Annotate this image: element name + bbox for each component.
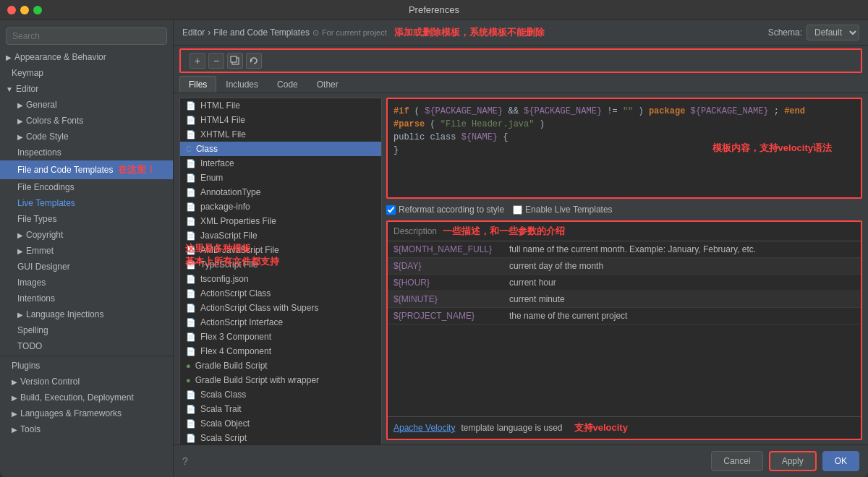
file-item-flex3[interactable]: 📄 Flex 3 Component xyxy=(180,330,381,344)
file-item-scala-object[interactable]: 📄 Scala Object xyxy=(180,416,381,431)
file-icon: 📄 xyxy=(186,275,196,284)
table-row: ${HOUR} current hour xyxy=(388,275,861,291)
file-icon: 📄 xyxy=(186,289,196,298)
desc-cell: full name of the current month. Example:… xyxy=(503,241,861,258)
file-item-html4[interactable]: 📄 HTML4 File xyxy=(180,113,381,127)
reformat-checkbox-label[interactable]: Reformat according to style xyxy=(386,205,504,215)
minimize-button[interactable] xyxy=(20,6,29,14)
tab-includes[interactable]: Includes xyxy=(216,76,268,93)
close-button[interactable] xyxy=(7,6,16,14)
sidebar-item-plugins[interactable]: Plugins xyxy=(0,358,173,374)
live-templates-checkbox[interactable] xyxy=(513,205,522,215)
apply-button[interactable]: Apply xyxy=(769,451,817,471)
file-list: 📄 HTML File 📄 HTML4 File 📄 XHTML File xyxy=(179,98,382,444)
file-item-class[interactable]: C Class xyxy=(180,142,381,156)
desc-header: Description 一些描述，和一些参数的介绍 xyxy=(388,222,861,241)
header-annotation: 添加或删除模板，系统模板不能删除 xyxy=(394,26,545,39)
footer-text: template language is used xyxy=(461,423,562,433)
sidebar-item-spelling[interactable]: Spelling xyxy=(0,322,173,338)
reformat-checkbox[interactable] xyxy=(386,205,396,215)
help-button[interactable]: ? xyxy=(182,455,188,467)
sidebar-item-editor[interactable]: ▼ Editor xyxy=(0,81,173,97)
sidebar-item-general[interactable]: ▶ General xyxy=(0,97,173,113)
breadcrumb: Editor › File and Code Templates ⊙ For c… xyxy=(182,26,545,39)
sidebar-item-live-templates[interactable]: Live Templates xyxy=(0,195,173,211)
add-template-button[interactable]: + xyxy=(190,53,205,69)
file-item-gradle-wrapper[interactable]: ● Gradle Build Script with wrapper xyxy=(180,373,381,387)
gradle-icon: ● xyxy=(186,376,191,384)
file-icon: 📄 xyxy=(186,260,196,270)
sidebar-item-file-types[interactable]: File Types xyxy=(0,211,173,227)
sidebar-item-code-style[interactable]: ▶ Code Style xyxy=(0,129,173,145)
var-cell: ${MONTH_NAME_FULL} xyxy=(388,241,503,258)
file-item-scala-script[interactable]: 📄 Scala Script xyxy=(180,431,381,444)
file-item-typescript[interactable]: 📄 TypeScript File xyxy=(180,257,381,272)
file-item-interface[interactable]: 📄 Interface xyxy=(180,156,381,171)
file-item-actionscript-supers[interactable]: 📄 ActionScript Class with Supers xyxy=(180,301,381,315)
cancel-button[interactable]: Cancel xyxy=(711,451,762,471)
file-icon: 📄 xyxy=(186,419,196,429)
ok-button[interactable]: OK xyxy=(822,451,859,471)
sidebar-item-languages-frameworks[interactable]: ▶ Languages & Frameworks xyxy=(0,405,173,421)
schema-select[interactable]: Default xyxy=(807,25,859,40)
desc-table: ${MONTH_NAME_FULL} full name of the curr… xyxy=(388,241,861,325)
var-cell: ${PROJECT_NAME} xyxy=(388,308,503,325)
sidebar-item-inspections[interactable]: Inspections xyxy=(0,145,173,160)
breadcrumb-separator: › xyxy=(208,27,210,38)
file-item-annotation-type[interactable]: 📄 AnnotationType xyxy=(180,185,381,199)
tabs-bar: Files Includes Code Other xyxy=(174,73,868,93)
file-item-flex4[interactable]: 📄 Flex 4 Component xyxy=(180,344,381,358)
titlebar: Preferences xyxy=(0,0,868,20)
preferences-window: Preferences ▶ Appearance & Behavior Keym… xyxy=(0,0,868,477)
tab-other[interactable]: Other xyxy=(307,76,348,93)
schema-area: Schema: Default xyxy=(768,25,859,40)
desc-cell: current hour xyxy=(503,275,861,291)
sidebar-item-intentions[interactable]: Intentions xyxy=(0,291,173,306)
sidebar-item-build-execution[interactable]: ▶ Build, Execution, Deployment xyxy=(0,390,173,405)
search-input[interactable] xyxy=(6,27,167,45)
code-editor[interactable]: #if ( ${PACKAGE_NAME} && ${PACKAGE_NAME}… xyxy=(386,98,862,199)
file-item-actionscript-class[interactable]: 📄 ActionScript Class xyxy=(180,286,381,301)
file-icon: 📄 xyxy=(186,217,196,226)
file-item-html[interactable]: 📄 HTML File xyxy=(180,98,381,113)
maximize-button[interactable] xyxy=(33,6,42,14)
sidebar-item-appearance-behavior[interactable]: ▶ Appearance & Behavior xyxy=(0,49,173,65)
right-panel: Editor › File and Code Templates ⊙ For c… xyxy=(174,20,868,477)
restore-template-button[interactable] xyxy=(246,53,262,69)
file-item-javascript[interactable]: 📄 JavaScript File xyxy=(180,228,381,243)
table-row: ${MINUTE} current minute xyxy=(388,291,861,308)
file-item-actionscript-interface[interactable]: 📄 ActionScript Interface xyxy=(180,315,381,330)
panel-header: Editor › File and Code Templates ⊙ For c… xyxy=(174,20,868,46)
desc-header-label: Description xyxy=(393,226,437,236)
sidebar-item-keymap[interactable]: Keymap xyxy=(0,65,173,81)
file-item-scala-class[interactable]: 📄 Scala Class xyxy=(180,387,381,402)
copy-template-button[interactable] xyxy=(227,53,243,69)
tab-code[interactable]: Code xyxy=(268,76,307,93)
file-item-xhtml[interactable]: 📄 XHTML File xyxy=(180,127,381,142)
file-item-tsconfig[interactable]: 📄 tsconfig.json xyxy=(180,272,381,286)
sidebar-item-tools[interactable]: ▶ Tools xyxy=(0,421,173,437)
sidebar-item-language-injections[interactable]: ▶ Language Injections xyxy=(0,306,173,322)
sidebar-item-emmet[interactable]: ▶ Emmet xyxy=(0,243,173,259)
remove-template-button[interactable]: − xyxy=(208,53,224,69)
file-item-scala-trait[interactable]: 📄 Scala Trait xyxy=(180,402,381,416)
live-templates-checkbox-label[interactable]: Enable Live Templates xyxy=(513,205,613,215)
sidebar-item-images[interactable]: Images xyxy=(0,275,173,291)
sidebar-item-version-control[interactable]: ▶ Version Control xyxy=(0,374,173,390)
file-item-xml-properties[interactable]: 📄 XML Properties File xyxy=(180,214,381,228)
tab-files[interactable]: Files xyxy=(179,76,216,93)
file-item-gradle-build[interactable]: ● Gradle Build Script xyxy=(180,358,381,373)
file-item-package-info[interactable]: 📄 package-info xyxy=(180,199,381,214)
apache-velocity-link[interactable]: Apache Velocity xyxy=(393,423,455,433)
template-toolbar: + − xyxy=(179,48,862,73)
file-icon: 📄 xyxy=(186,159,196,168)
sidebar-item-gui-designer[interactable]: GUI Designer xyxy=(0,259,173,275)
sidebar-item-copyright[interactable]: ▶ Copyright xyxy=(0,227,173,243)
sidebar-item-file-code-templates[interactable]: File and Code Templates 在这里！ xyxy=(0,160,173,179)
sidebar-item-colors-fonts[interactable]: ▶ Colors & Fonts xyxy=(0,113,173,129)
file-icon: 📄 xyxy=(186,101,196,111)
file-item-amd-javascript[interactable]: 📄 AMD JavaScript File xyxy=(180,243,381,257)
file-item-enum[interactable]: 📄 Enum xyxy=(180,171,381,185)
sidebar-item-todo[interactable]: TODO xyxy=(0,338,173,354)
sidebar-item-file-encodings[interactable]: File Encodings xyxy=(0,179,173,195)
